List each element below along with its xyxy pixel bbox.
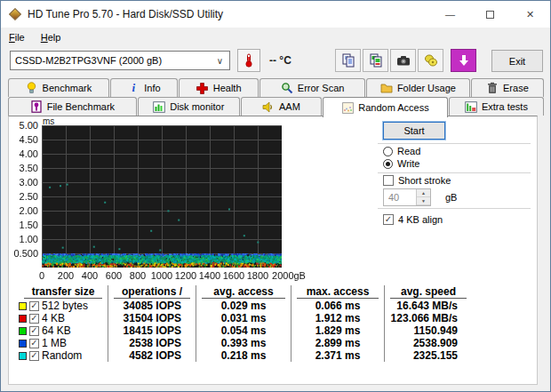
- write-radio-row[interactable]: Write: [383, 158, 419, 169]
- write-radio[interactable]: [383, 159, 393, 169]
- window-title: HD Tune Pro 5.70 - Hard Disk/SSD Utility: [28, 8, 223, 20]
- tab-label: Folder Usage: [397, 83, 456, 93]
- camera-icon: [396, 54, 411, 67]
- series-checkbox[interactable]: ✓: [29, 314, 39, 324]
- tab-row-2: File BenchmarkDisk monitorAAMRandom Acce…: [8, 97, 545, 116]
- row-label-512-bytes: ✓512 bytes: [19, 300, 108, 312]
- series-label: 512 bytes: [42, 300, 88, 312]
- results-table: transfer size✓512 bytes✓4 KB✓64 KB✓1 MB✓…: [19, 285, 472, 362]
- align-row[interactable]: ✓ 4 KB align: [383, 214, 443, 225]
- y-tick-label: 4.00: [3, 148, 38, 159]
- menu-bar: File Help: [1, 28, 550, 47]
- cell-max: 1.829 ms: [291, 324, 384, 337]
- cell-avg: 0.218 ms: [196, 349, 291, 362]
- tab-health[interactable]: Health: [179, 78, 259, 97]
- cell-max: 2.899 ms: [291, 337, 384, 349]
- magnifier-icon: [281, 82, 293, 94]
- series-checkbox[interactable]: ✓: [29, 326, 39, 336]
- spinner-up-icon[interactable]: ▲: [417, 189, 430, 197]
- tab-random-access[interactable]: Random Access: [323, 97, 448, 117]
- short-stroke-row[interactable]: Short stroke: [383, 175, 451, 186]
- exit-button[interactable]: Exit: [491, 50, 543, 72]
- tab-extra-tests[interactable]: Extra tests: [449, 97, 544, 116]
- copy-text-icon: [341, 53, 355, 68]
- tab-disk-monitor[interactable]: Disk monitor: [138, 97, 240, 116]
- align-checkbox[interactable]: ✓: [383, 214, 394, 225]
- tab-benchmark[interactable]: Benchmark: [8, 78, 109, 97]
- download-button[interactable]: [451, 49, 476, 72]
- legend-color-swatch: [19, 315, 27, 323]
- series-checkbox[interactable]: ✓: [29, 301, 39, 311]
- read-radio[interactable]: [383, 147, 393, 156]
- read-radio-label: Read: [397, 146, 420, 156]
- legend-color-swatch: [19, 352, 27, 360]
- screenshot-button[interactable]: [390, 49, 416, 72]
- y-tick-label: 1.00: [3, 234, 38, 244]
- copy-text-button[interactable]: [335, 49, 361, 72]
- short-stroke-size-spinner[interactable]: 40 ▲ ▼: [383, 188, 431, 206]
- spinner-down-icon[interactable]: ▼: [417, 197, 430, 205]
- close-button[interactable]: ✕: [510, 1, 550, 28]
- divider: [378, 172, 531, 173]
- series-label: Random: [42, 349, 82, 362]
- series-checkbox[interactable]: ✓: [29, 351, 39, 361]
- tab-label: File Benchmark: [47, 101, 115, 112]
- cell-ops: 34085 IOPS: [108, 300, 196, 312]
- tab-label: Random Access: [358, 102, 428, 113]
- series-checkbox[interactable]: ✓: [29, 339, 39, 348]
- series-label: 4 KB: [42, 312, 65, 324]
- temperature-button[interactable]: [237, 49, 260, 72]
- y-tick-label: 3.00: [3, 177, 38, 188]
- cell-speed: 2538.909: [384, 337, 472, 349]
- read-radio-row[interactable]: Read: [383, 146, 420, 156]
- info-icon: i: [127, 82, 140, 94]
- row-label-64-KB: ✓64 KB: [19, 324, 108, 337]
- tab-erase[interactable]: Erase: [471, 78, 544, 97]
- copy-image-button[interactable]: [363, 49, 388, 72]
- title-bar: HD Tune Pro 5.70 - Hard Disk/SSD Utility…: [1, 1, 550, 28]
- y-tick-label: 1.50: [3, 220, 38, 230]
- table-column-avg-access: avg. access0.029 ms0.031 ms0.054 ms0.393…: [196, 285, 291, 362]
- legend-color-swatch: [19, 340, 27, 348]
- copy-image-icon: [369, 53, 383, 68]
- tab-label: Extra tests: [482, 101, 528, 112]
- cell-ops: 4582 IOPS: [108, 349, 196, 362]
- tab-error-scan[interactable]: Error Scan: [260, 78, 365, 97]
- align-label: 4 KB align: [398, 214, 443, 225]
- menu-file[interactable]: File: [1, 29, 33, 45]
- cell-max: 1.912 ms: [291, 312, 384, 324]
- toolbar: CSSD-M2B2TPG3VNF (2000 gB) ∨ -- °C: [1, 47, 550, 76]
- cell-max: 0.066 ms: [291, 300, 384, 312]
- tab-info[interactable]: iInfo: [110, 78, 178, 97]
- tab-label: Benchmark: [43, 83, 92, 93]
- cell-speed: 123.066 MB/s: [384, 312, 472, 324]
- table-column-max-access: max. access0.066 ms1.912 ms1.829 ms2.899…: [291, 285, 384, 362]
- y-tick-label: 5.00: [3, 120, 38, 131]
- start-button[interactable]: Start: [383, 122, 445, 140]
- tab-aam[interactable]: AAM: [241, 97, 322, 116]
- cell-ops: 2538 IOPS: [108, 337, 196, 349]
- tab-file-benchmark[interactable]: File Benchmark: [8, 97, 137, 116]
- divider: [378, 143, 531, 144]
- minimize-button[interactable]: —: [430, 1, 470, 28]
- short-stroke-unit-label: gB: [445, 192, 457, 203]
- menu-help[interactable]: Help: [33, 29, 69, 45]
- maximize-button[interactable]: [470, 1, 510, 28]
- tab-row-1: BenchmarkiInfoHealthError ScanFolder Usa…: [8, 78, 545, 97]
- tab-label: AAM: [279, 101, 300, 112]
- tab-folder-usage[interactable]: Folder Usage: [366, 78, 470, 97]
- disk-monitor-icon: [153, 100, 165, 113]
- short-stroke-checkbox[interactable]: [383, 175, 394, 186]
- save-button[interactable]: [418, 49, 443, 72]
- row-label-1-MB: ✓1 MB: [19, 337, 108, 349]
- y-tick-label: 2.00: [3, 205, 38, 216]
- temperature-value: -- °C: [269, 54, 291, 67]
- tab-label: Info: [144, 83, 160, 93]
- drive-select[interactable]: CSSD-M2B2TPG3VNF (2000 gB) ∨: [10, 51, 230, 70]
- cell-ops: 18415 IOPS: [108, 324, 196, 337]
- cell-max: 2.371 ms: [291, 349, 384, 362]
- cell-speed: 2325.155: [384, 349, 472, 362]
- cell-ops: 31504 IOPS: [108, 312, 196, 324]
- file-benchmark-icon: [30, 100, 43, 113]
- tab-label: Health: [213, 83, 242, 93]
